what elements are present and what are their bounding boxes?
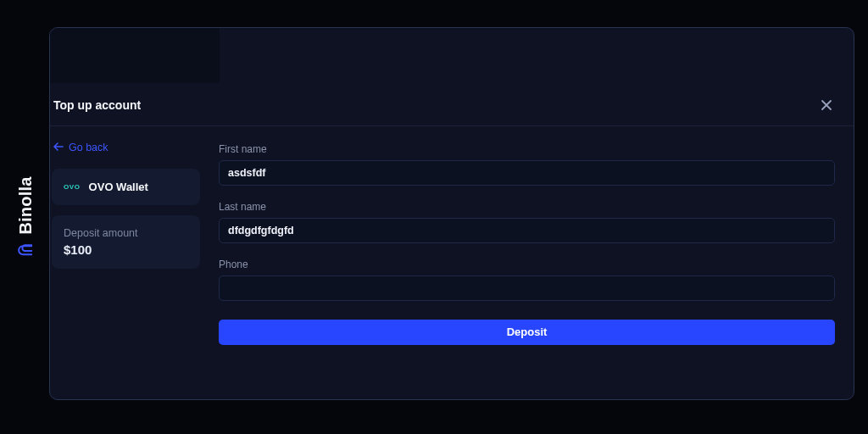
go-back-label: Go back: [69, 142, 108, 153]
first-name-label: First name: [219, 143, 835, 155]
modal-left-pane: [50, 28, 220, 83]
close-icon[interactable]: [818, 97, 835, 114]
brand-name: Binolla: [16, 176, 36, 234]
modal-right-pane: Top up account Go back OVO OVO Wallet: [50, 83, 854, 400]
phone-field[interactable]: [219, 275, 835, 301]
wallet-badge: OVO: [64, 183, 81, 191]
modal-header: Top up account: [50, 83, 854, 126]
topup-modal: Top up account Go back OVO OVO Wallet: [49, 27, 854, 400]
brand-logo: Binolla: [16, 176, 36, 257]
modal-title: Top up account: [53, 98, 141, 112]
modal-body: Go back OVO OVO Wallet Deposit amount $1…: [50, 126, 854, 345]
arrow-left-icon: [53, 142, 64, 153]
wallet-name: OVO Wallet: [89, 181, 148, 193]
first-name-field[interactable]: [219, 160, 835, 186]
last-name-label: Last name: [219, 201, 835, 213]
deposit-amount-label: Deposit amount: [64, 227, 188, 239]
wallet-card[interactable]: OVO OVO Wallet: [52, 169, 200, 205]
deposit-amount-value: $100: [64, 242, 188, 257]
deposit-button[interactable]: Deposit: [219, 320, 835, 345]
form-column: First name Last name Phone Deposit: [219, 142, 835, 345]
last-name-field[interactable]: [219, 218, 835, 243]
go-back-link[interactable]: Go back: [52, 142, 200, 159]
phone-label: Phone: [219, 259, 835, 270]
deposit-amount-card: Deposit amount $100: [52, 215, 200, 269]
summary-column: Go back OVO OVO Wallet Deposit amount $1…: [52, 142, 219, 345]
brand-mark-icon: [17, 241, 34, 258]
